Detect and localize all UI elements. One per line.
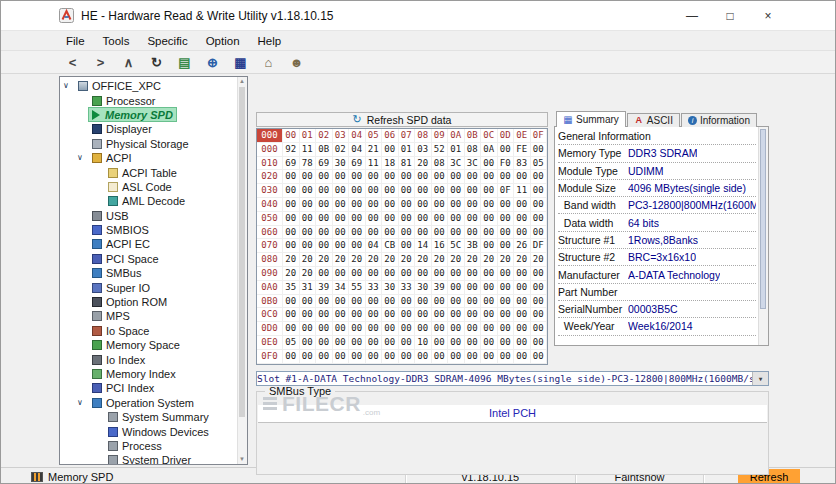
hex-byte-cell[interactable]: 00: [349, 322, 366, 336]
hex-byte-cell[interactable]: 00: [498, 350, 515, 364]
hex-byte-cell[interactable]: 00: [481, 322, 498, 336]
slot-select[interactable]: Slot #1-A-DATA Technology-DDR3 SDRAM-409…: [256, 371, 769, 386]
hex-byte-cell[interactable]: 00: [432, 184, 449, 198]
hex-byte-cell[interactable]: 78: [300, 157, 317, 171]
hex-byte-cell[interactable]: CB: [382, 239, 399, 253]
hex-byte-cell[interactable]: 00: [349, 239, 366, 253]
hex-byte-cell[interactable]: 00: [465, 198, 482, 212]
hex-byte-cell[interactable]: 00: [300, 239, 317, 253]
hex-byte-cell[interactable]: 00: [333, 226, 350, 240]
hex-byte-cell[interactable]: 00: [333, 239, 350, 253]
hex-byte-cell[interactable]: 00: [333, 212, 350, 226]
maximize-button[interactable]: □: [711, 1, 749, 30]
hex-byte-cell[interactable]: 00: [498, 239, 515, 253]
hex-byte-cell[interactable]: 5C: [448, 239, 465, 253]
hex-byte-cell[interactable]: 00: [399, 336, 416, 350]
hex-byte-cell[interactable]: 00: [465, 350, 482, 364]
hex-byte-cell[interactable]: 00: [514, 281, 531, 295]
hex-byte-cell[interactable]: 00: [448, 322, 465, 336]
hex-byte-cell[interactable]: 00: [448, 336, 465, 350]
up-icon[interactable]: ∧: [117, 52, 140, 72]
hex-byte-cell[interactable]: 34: [333, 281, 350, 295]
hex-byte-cell[interactable]: 00: [316, 226, 333, 240]
hex-byte-cell[interactable]: 00: [316, 308, 333, 322]
hex-byte-cell[interactable]: 20: [465, 253, 482, 267]
hex-byte-cell[interactable]: 08: [465, 143, 482, 157]
hex-byte-cell[interactable]: 39: [432, 281, 449, 295]
hex-byte-cell[interactable]: 20: [316, 253, 333, 267]
hex-byte-cell[interactable]: 00: [333, 170, 350, 184]
hex-byte-cell[interactable]: 01: [399, 143, 416, 157]
hex-byte-cell[interactable]: 00: [283, 295, 300, 309]
hex-byte-cell[interactable]: 30: [333, 157, 350, 171]
hex-byte-cell[interactable]: 00: [300, 198, 317, 212]
forward-icon[interactable]: >: [89, 52, 112, 72]
refresh-spd-button[interactable]: ↻ Refresh SPD data: [256, 112, 548, 127]
hex-byte-cell[interactable]: 00: [300, 308, 317, 322]
hex-byte-cell[interactable]: 00: [415, 184, 432, 198]
hex-byte-cell[interactable]: 00: [300, 184, 317, 198]
hex-byte-cell[interactable]: 00: [316, 198, 333, 212]
summary-scrollbar-thumb[interactable]: [760, 129, 766, 309]
hex-byte-cell[interactable]: 00: [432, 198, 449, 212]
hex-byte-cell[interactable]: 00: [514, 198, 531, 212]
menu-file[interactable]: File: [57, 31, 94, 50]
hex-byte-cell[interactable]: 00: [481, 226, 498, 240]
hex-byte-cell[interactable]: 00: [531, 322, 548, 336]
hex-byte-cell[interactable]: 00: [349, 198, 366, 212]
hex-byte-cell[interactable]: 3B: [465, 239, 482, 253]
hex-byte-cell[interactable]: 00: [382, 184, 399, 198]
sidebar-item-acpi-table[interactable]: ACPI Table: [60, 165, 247, 179]
hex-byte-cell[interactable]: 00: [514, 308, 531, 322]
menu-tools[interactable]: Tools: [94, 31, 139, 50]
hex-byte-cell[interactable]: 00: [382, 143, 399, 157]
hex-byte-cell[interactable]: 00: [465, 308, 482, 322]
hex-byte-cell[interactable]: 00: [415, 198, 432, 212]
hex-byte-cell[interactable]: 00: [432, 226, 449, 240]
hex-byte-cell[interactable]: 0B: [316, 143, 333, 157]
hex-byte-cell[interactable]: 00: [399, 198, 416, 212]
hex-byte-cell[interactable]: 00: [382, 226, 399, 240]
hex-byte-cell[interactable]: 00: [531, 281, 548, 295]
hex-byte-cell[interactable]: 00: [399, 322, 416, 336]
hex-byte-cell[interactable]: 00: [531, 350, 548, 364]
hex-byte-cell[interactable]: 00: [349, 308, 366, 322]
hex-byte-cell[interactable]: 00: [531, 226, 548, 240]
hex-byte-cell[interactable]: 04: [349, 143, 366, 157]
hex-byte-cell[interactable]: 00: [465, 212, 482, 226]
hex-byte-cell[interactable]: 00: [415, 322, 432, 336]
hex-byte-cell[interactable]: 00: [448, 350, 465, 364]
hex-byte-cell[interactable]: 00: [300, 350, 317, 364]
hex-byte-cell[interactable]: 00: [531, 198, 548, 212]
users-icon[interactable]: ☻: [285, 52, 308, 72]
hex-byte-cell[interactable]: 00: [382, 295, 399, 309]
hex-byte-cell[interactable]: 00: [498, 267, 515, 281]
hex-byte-cell[interactable]: 00: [498, 336, 515, 350]
hex-byte-cell[interactable]: 00: [366, 322, 383, 336]
hex-byte-cell[interactable]: 00: [366, 267, 383, 281]
hex-byte-cell[interactable]: 10: [415, 336, 432, 350]
hex-byte-cell[interactable]: 00: [283, 308, 300, 322]
hex-byte-cell[interactable]: 00: [481, 170, 498, 184]
hex-byte-cell[interactable]: 20: [349, 253, 366, 267]
hex-byte-cell[interactable]: 00: [399, 239, 416, 253]
hex-byte-cell[interactable]: 00: [448, 267, 465, 281]
hex-byte-cell[interactable]: 52: [432, 143, 449, 157]
hex-byte-cell[interactable]: 00: [300, 322, 317, 336]
hex-byte-cell[interactable]: 83: [514, 157, 531, 171]
hex-byte-cell[interactable]: 31: [300, 281, 317, 295]
sidebar-item-super-io[interactable]: Super IO: [60, 280, 247, 294]
hex-byte-cell[interactable]: 00: [415, 170, 432, 184]
hex-byte-cell[interactable]: 00: [432, 322, 449, 336]
hex-byte-cell[interactable]: 00: [349, 336, 366, 350]
hex-byte-cell[interactable]: 14: [415, 239, 432, 253]
hex-byte-cell[interactable]: 00: [432, 336, 449, 350]
hex-byte-cell[interactable]: 00: [448, 226, 465, 240]
hex-byte-cell[interactable]: 00: [382, 350, 399, 364]
sidebar-item-aml-decode[interactable]: AML Decode: [60, 194, 247, 208]
hex-byte-cell[interactable]: 00: [300, 336, 317, 350]
hex-byte-cell[interactable]: 03: [415, 143, 432, 157]
hex-byte-cell[interactable]: 00: [283, 226, 300, 240]
hex-byte-cell[interactable]: 20: [514, 253, 531, 267]
hex-byte-cell[interactable]: 55: [349, 281, 366, 295]
